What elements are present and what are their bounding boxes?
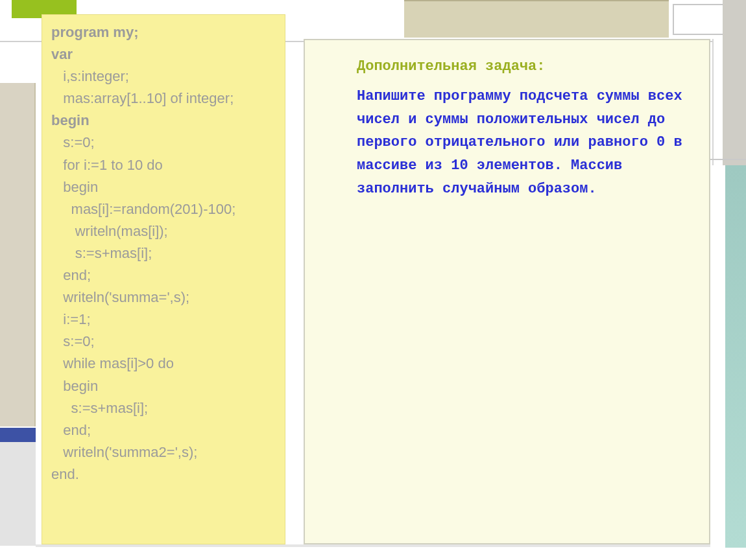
code-line: begin bbox=[51, 110, 280, 132]
code-line: s:=s+mas[i]; bbox=[51, 242, 280, 264]
code-line: mas:array[1..10] of integer; bbox=[51, 88, 280, 110]
task-panel: Дополнительная задача: Напишите программ… bbox=[304, 39, 710, 544]
deco-grey-left bbox=[0, 442, 36, 546]
code-line: for i:=1 to 10 do bbox=[51, 154, 280, 176]
code-line: i:=1; bbox=[51, 309, 280, 331]
deco-grey-right bbox=[723, 0, 746, 165]
code-line: var bbox=[51, 43, 280, 65]
code-line: program my; bbox=[51, 21, 280, 43]
code-line: mas[i]:=random(201)-100; bbox=[51, 198, 280, 220]
deco-frame bbox=[673, 4, 729, 35]
deco-beige bbox=[404, 0, 669, 38]
code-line: s:=s+mas[i]; bbox=[51, 397, 280, 419]
code-line: writeln('summa2=',s); bbox=[51, 441, 280, 463]
code-line: i,s:integer; bbox=[51, 65, 280, 88]
task-body: Напишите программу подсчета суммы всех ч… bbox=[357, 85, 693, 200]
code-line: end; bbox=[51, 419, 280, 441]
deco-line-low bbox=[36, 544, 710, 547]
code-line: while mas[i]>0 do bbox=[51, 353, 280, 375]
deco-taupe-left bbox=[0, 83, 36, 426]
code-line: writeln(mas[i]); bbox=[51, 220, 280, 242]
task-title: Дополнительная задача: bbox=[357, 58, 693, 75]
deco-white-right bbox=[712, 39, 723, 165]
slide: Дополнительная задача: Напишите программ… bbox=[0, 0, 746, 560]
code-line: end; bbox=[51, 264, 280, 286]
code-panel: program my;var i,s:integer; mas:array[1.… bbox=[42, 14, 285, 544]
code-line: s:=0; bbox=[51, 331, 280, 353]
code-line: begin bbox=[51, 176, 280, 198]
code-line: s:=0; bbox=[51, 132, 280, 154]
deco-teal bbox=[723, 165, 746, 548]
code-line: writeln('summa=',s); bbox=[51, 286, 280, 309]
code-line: end. bbox=[51, 463, 280, 485]
deco-blue-left bbox=[0, 428, 36, 442]
code-line: begin bbox=[51, 375, 280, 397]
